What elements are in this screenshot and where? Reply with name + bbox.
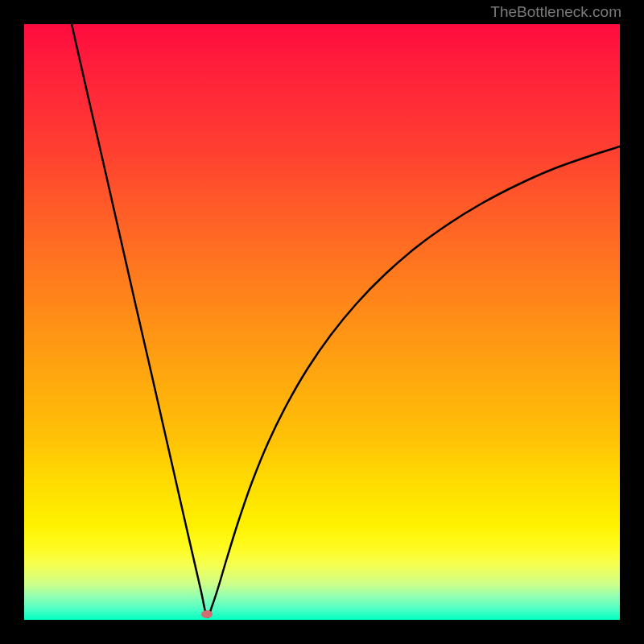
curve-layer: [24, 24, 620, 620]
attribution-text: TheBottleneck.com: [490, 3, 621, 21]
plot-area: [24, 24, 620, 620]
minimum-marker: [201, 610, 213, 618]
bottleneck-curve: [72, 24, 620, 617]
chart-frame: TheBottleneck.com: [0, 0, 644, 644]
